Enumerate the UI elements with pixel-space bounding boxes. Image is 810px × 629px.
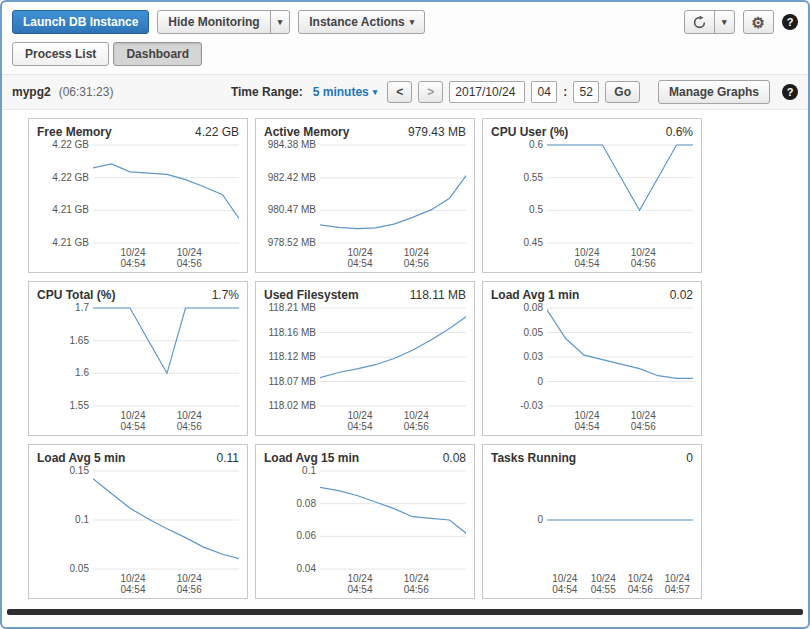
hour-input[interactable] [531,81,557,103]
chart-panel[interactable]: Load Avg 5 min0.110.150.10.0510/2404:541… [28,444,248,599]
chart-current-value: 0.08 [443,451,466,465]
chart-panel[interactable]: Active Memory979.43 MB984.38 MB982.42 MB… [255,118,475,273]
time-range-dropdown[interactable]: 5 minutes ▾ [309,83,382,101]
tab-dashboard[interactable]: Dashboard [113,42,202,66]
toolbar-left-group: Launch DB Instance Hide Monitoring ▾ Ins… [12,10,425,34]
chart-current-value: 1.7% [212,288,239,302]
chart-title: Tasks Running [491,451,576,465]
y-axis-labels: 1.71.651.61.55 [37,307,93,407]
y-tick-label: 0.45 [524,237,543,248]
y-tick-label: 0.1 [75,514,89,525]
top-toolbar: Launch DB Instance Hide Monitoring ▾ Ins… [2,2,808,34]
y-tick-label: 118.07 MB [268,376,316,387]
help-icon[interactable]: ? [782,14,798,30]
hide-monitoring-split-button: Hide Monitoring ▾ [157,10,290,34]
y-tick-label: 0.6 [529,139,543,150]
chart-current-value: 118.11 MB [410,288,466,302]
instance-actions-button[interactable]: Instance Actions ▾ [298,10,425,34]
hide-monitoring-button[interactable]: Hide Monitoring [157,10,270,34]
y-axis-labels: 118.21 MB118.16 MB118.12 MB118.07 MB118.… [264,307,320,407]
y-axis-labels: 0.080.050.030-0.03 [491,307,547,407]
tab-process-list[interactable]: Process List [12,42,109,66]
minute-input[interactable] [573,81,599,103]
y-tick-label: 0.55 [524,172,543,183]
y-tick-label: 1.55 [70,400,89,411]
chart-header: Used Filesystem118.11 MB [264,288,466,302]
chart-current-value: 4.22 GB [195,125,239,139]
chart-header: Load Avg 1 min0.02 [491,288,693,302]
x-tick-label: 10/2404:54 [347,247,372,269]
chart-header: Tasks Running0 [491,451,693,465]
x-axis-labels: 10/2404:5410/2404:56 [320,244,466,268]
chevron-down-icon: ▾ [373,88,378,97]
chart-current-value: 0.02 [670,288,693,302]
chart-title: Load Avg 15 min [264,451,359,465]
y-tick-label: 978.52 MB [268,237,316,248]
chart-title: Load Avg 1 min [491,288,579,302]
y-axis-labels: 0 [491,470,547,570]
x-axis-labels: 10/2404:5410/2404:56 [93,407,239,431]
x-axis-labels: 10/2404:5410/2404:56 [547,244,693,268]
y-axis-labels: 0.60.550.50.45 [491,144,547,244]
chevron-down-icon: ▾ [722,18,727,27]
chart-current-value: 979.43 MB [408,125,466,139]
chart-title: Load Avg 5 min [37,451,125,465]
go-button[interactable]: Go [605,81,640,103]
metric-line [547,310,693,379]
chart-panel[interactable]: Load Avg 15 min0.080.10.080.060.0410/240… [255,444,475,599]
y-tick-label: 118.21 MB [268,302,316,313]
date-input[interactable] [449,81,525,103]
x-tick-label: 10/2404:56 [177,573,202,595]
chart-plot-area: 0.150.10.05 [37,470,239,570]
chart-title: Used Filesystem [264,288,359,302]
x-tick-label: 10/2404:55 [591,573,616,595]
refresh-options-caret-button[interactable]: ▾ [714,10,735,34]
charts-grid: Free Memory4.22 GB4.22 GB4.22 GB4.21 GB4… [2,110,808,599]
y-axis-labels: 0.10.080.060.04 [264,470,320,570]
chart-panel[interactable]: Load Avg 1 min0.020.080.050.030-0.0310/2… [482,281,702,436]
y-tick-label: 0.04 [297,563,316,574]
chevron-down-icon: ▾ [278,18,283,27]
time-prev-button[interactable]: < [387,81,412,103]
launch-db-instance-button[interactable]: Launch DB Instance [12,10,149,34]
time-next-button[interactable]: > [418,81,443,103]
metric-line [320,173,466,229]
chart-panel[interactable]: Tasks Running0010/2404:5410/2404:5510/24… [482,444,702,599]
refresh-button[interactable] [684,10,715,34]
chart-panel[interactable]: Free Memory4.22 GB4.22 GB4.22 GB4.21 GB4… [28,118,248,273]
line-chart [320,470,466,570]
x-axis-labels: 10/2404:5410/2404:56 [320,407,466,431]
manage-graphs-button[interactable]: Manage Graphs [658,80,770,104]
line-chart [547,470,693,570]
y-tick-label: 0.15 [70,465,89,476]
y-tick-label: 4.21 GB [52,204,89,215]
bottom-edge [7,609,803,615]
chart-panel[interactable]: CPU Total (%)1.7%1.71.651.61.5510/2404:5… [28,281,248,436]
chart-current-value: 0 [686,451,693,465]
x-tick-label: 10/2404:57 [665,573,690,595]
metric-line [93,164,239,222]
y-axis-labels: 0.150.10.05 [37,470,93,570]
x-axis-labels: 10/2404:5410/2404:56 [320,570,466,594]
settings-button[interactable]: ⚙ [743,10,774,34]
metric-line [320,487,466,534]
x-axis-labels: 10/2404:5410/2404:56 [93,570,239,594]
chart-panel[interactable]: CPU User (%)0.6%0.60.550.50.4510/2404:54… [482,118,702,273]
x-tick-label: 10/2404:56 [628,573,653,595]
line-chart [547,307,693,407]
line-chart [320,307,466,407]
y-tick-label: 0.5 [529,204,543,215]
help-icon[interactable]: ? [782,84,798,100]
chart-title: CPU User (%) [491,125,568,139]
y-tick-label: 1.6 [75,367,89,378]
y-tick-label: 118.12 MB [268,351,316,362]
x-tick-label: 10/2404:56 [631,410,656,432]
x-tick-label: 10/2404:54 [120,247,145,269]
hide-monitoring-caret-button[interactable]: ▾ [270,10,291,34]
x-tick-label: 10/2404:54 [552,573,577,595]
chart-panel[interactable]: Used Filesystem118.11 MB118.21 MB118.16 … [255,281,475,436]
metric-line [320,315,466,377]
y-tick-label: 4.21 GB [52,237,89,248]
line-chart [93,307,239,407]
instance-name: mypg2 [12,85,51,99]
